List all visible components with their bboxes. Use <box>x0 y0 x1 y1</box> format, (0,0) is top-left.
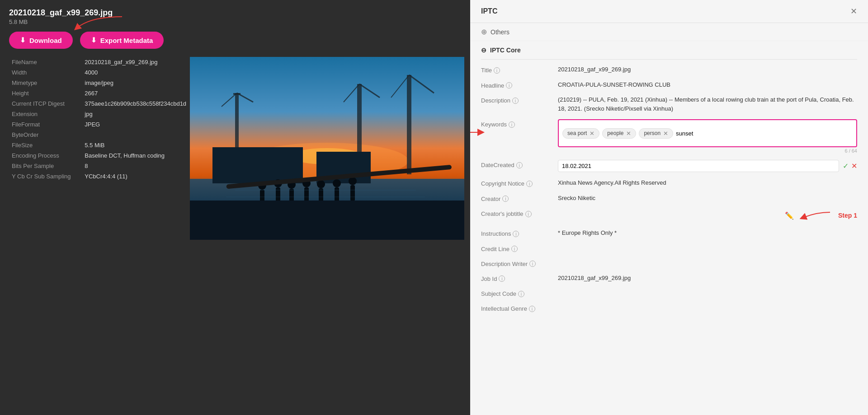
svg-point-30 <box>349 177 357 185</box>
meta-label: FileSize <box>9 140 82 150</box>
right-panel: IPTC ✕ ⊕ Others ⊖ IPTC Core Title i 2021… <box>470 0 868 415</box>
copyright-info-icon[interactable]: i <box>526 181 533 187</box>
meta-label: Current ITCP Digest <box>9 98 82 109</box>
jobtitle-info-icon[interactable]: i <box>525 211 532 217</box>
iptc-header: IPTC ✕ <box>470 0 868 23</box>
description-info-icon[interactable]: i <box>512 98 519 104</box>
field-description-writer-label: Description Writer i <box>481 259 558 267</box>
svg-rect-11 <box>407 75 411 174</box>
meta-label: Extension <box>9 109 82 119</box>
table-row: Width4000 <box>9 67 190 78</box>
field-headline: Headline i CROATIA-PULA-SUNSET-ROWING CL… <box>481 80 857 89</box>
field-instructions: Instructions i * Europe Rights Only * <box>481 228 857 238</box>
table-row: ByteOrder <box>9 130 190 140</box>
field-credit-line-label: Credit Line i <box>481 244 558 252</box>
date-info-icon[interactable]: i <box>516 162 523 168</box>
step1-label: Step 1 <box>838 211 857 220</box>
creator-info-icon[interactable]: i <box>502 196 509 202</box>
meta-label: FileFormat <box>9 119 82 130</box>
field-title-value: 20210218_gaf_x99_269.jpg <box>558 65 857 74</box>
keywords-box[interactable]: sea port ✕ people ✕ person ✕ <box>558 119 857 147</box>
table-row: Current ITCP Digest375aee1c26b909cb538c5… <box>9 98 190 109</box>
keywords-container: sea port ✕ people ✕ person ✕ 6 / 64 <box>558 119 857 154</box>
meta-label: Height <box>9 88 82 98</box>
meta-value: 5.5 MiB <box>82 140 190 150</box>
svg-rect-36 <box>190 201 464 240</box>
meta-value <box>82 130 190 140</box>
export-icon: ⬇ <box>91 36 97 44</box>
svg-rect-23 <box>289 189 294 202</box>
job-id-info-icon[interactable]: i <box>499 275 505 282</box>
edit-jobtitle-button[interactable]: ✏️ <box>784 210 795 221</box>
iptc-core-header[interactable]: ⊖ IPTC Core <box>481 41 857 60</box>
remove-person[interactable]: ✕ <box>663 130 668 137</box>
meta-value: 20210218_gaf_x99_269.jpg <box>82 57 190 67</box>
buttons-row: ⬇ Download ⬇ Export Metadata <box>9 32 461 49</box>
field-headline-value: CROATIA-PULA-SUNSET-ROWING CLUB <box>558 80 857 89</box>
collapse-icon: ⊖ <box>481 47 486 54</box>
left-meta: FileName20210218_gaf_x99_269.jpgWidth400… <box>9 57 190 242</box>
keywords-info-icon[interactable]: i <box>509 121 515 128</box>
table-row: FileFormatJPEG <box>9 119 190 130</box>
preview-image <box>190 57 464 240</box>
export-metadata-button[interactable]: ⬇ Export Metadata <box>80 32 164 49</box>
field-date-created-value: ✓ ✕ <box>558 160 857 172</box>
field-copyright-value: Xinhua News Agency.All Rights Reserved <box>558 178 857 187</box>
headline-info-icon[interactable]: i <box>506 82 512 89</box>
meta-label: Width <box>9 67 82 78</box>
field-creator-label: Creator i <box>481 194 558 202</box>
others-label: Others <box>491 28 509 36</box>
meta-value: 8 <box>82 161 190 171</box>
desc-writer-info-icon[interactable]: i <box>529 261 536 267</box>
table-row: FileName20210218_gaf_x99_269.jpg <box>9 57 190 67</box>
remove-seaport[interactable]: ✕ <box>590 130 594 137</box>
iptc-core-label: IPTC Core <box>490 47 521 54</box>
date-confirm-button[interactable]: ✓ <box>843 162 849 170</box>
field-copyright-label: Copyright Notice i <box>481 178 558 187</box>
left-image <box>190 57 464 242</box>
download-button[interactable]: ⬇ Download <box>9 32 73 49</box>
keyword-input[interactable] <box>676 130 752 137</box>
table-row: Bits Per Sample8 <box>9 161 190 171</box>
credit-info-icon[interactable]: i <box>511 246 518 252</box>
meta-value: 375aee1c26b909cb538c558f234cbd1d <box>82 98 190 109</box>
date-input[interactable] <box>558 160 839 172</box>
table-row: FileSize5.5 MiB <box>9 140 190 150</box>
genre-info-icon[interactable]: i <box>529 306 535 312</box>
field-headline-label: Headline i <box>481 80 558 89</box>
field-subject-code-label: Subject Code i <box>481 289 558 297</box>
step3-arrow-icon <box>45 14 127 33</box>
meta-table: FileName20210218_gaf_x99_269.jpgWidth400… <box>9 57 190 182</box>
instructions-info-icon[interactable]: i <box>513 231 519 237</box>
meta-value: JPEG <box>82 119 190 130</box>
field-description-label: Description i <box>481 95 558 104</box>
field-intellectual-genre: Intellectual Genre i <box>481 303 857 312</box>
left-content: FileName20210218_gaf_x99_269.jpgWidth400… <box>9 57 461 242</box>
meta-label: FileName <box>9 57 82 67</box>
step2-arrow-icon <box>470 126 486 139</box>
field-creators-jobtitle-value: ✏️ Step 1 <box>558 209 857 222</box>
field-job-id-label: Job Id i <box>481 274 558 282</box>
close-icon[interactable]: ✕ <box>850 6 857 16</box>
table-row: Height2667 <box>9 88 190 98</box>
meta-value: image/jpeg <box>82 78 190 88</box>
remove-people[interactable]: ✕ <box>626 130 631 137</box>
title-info-icon[interactable]: i <box>494 67 500 74</box>
field-title: Title i 20210218_gaf_x99_269.jpg <box>481 65 857 74</box>
step1-annotation-group: ✏️ Step 1 <box>784 209 857 222</box>
svg-rect-31 <box>350 185 355 201</box>
table-row: Y Cb Cr Sub SamplingYCbCr4:4:4 (11) <box>9 171 190 182</box>
meta-value: Baseline DCT, Huffman coding <box>82 150 190 161</box>
step1-arrow-icon <box>798 209 835 222</box>
field-job-id: Job Id i 20210218_gaf_x99_269.jpg <box>481 274 857 283</box>
meta-label: Y Cb Cr Sub Sampling <box>9 171 82 182</box>
date-cancel-button[interactable]: ✕ <box>851 162 857 170</box>
subject-code-info-icon[interactable]: i <box>518 291 524 297</box>
meta-label: ByteOrder <box>9 130 82 140</box>
svg-point-26 <box>317 180 325 188</box>
meta-value: YCbCr4:4:4 (11) <box>82 171 190 182</box>
field-description-writer: Description Writer i <box>481 259 857 267</box>
field-creators-jobtitle-label: Creator's jobtitle i <box>481 209 558 217</box>
others-section[interactable]: ⊕ Others <box>470 23 868 41</box>
field-credit-line: Credit Line i <box>481 244 857 252</box>
